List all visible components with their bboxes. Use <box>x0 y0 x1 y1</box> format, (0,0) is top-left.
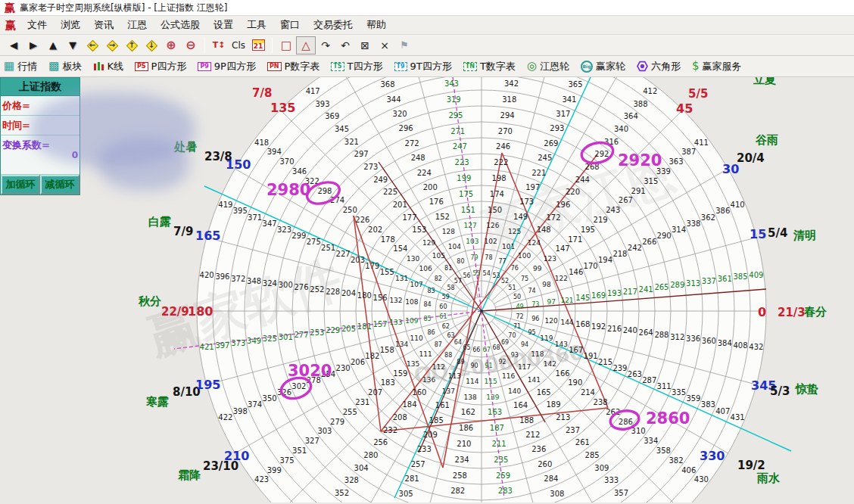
nav-down-button[interactable]: ▼ <box>63 36 83 54</box>
wheel-number: 417 <box>306 87 320 95</box>
tool-kline[interactable]: K线 <box>93 60 123 73</box>
menu-江恩[interactable]: 江恩 <box>120 16 154 34</box>
wheel-number: 271 <box>450 127 465 135</box>
nav-right-button[interactable]: ▶ <box>23 36 43 54</box>
outer-label-5-5: 5/5 <box>688 87 708 101</box>
clear-flag-button[interactable]: ⚑ <box>394 36 414 54</box>
wheel-number: 122 <box>555 275 568 282</box>
wheel-number: 101 <box>502 243 515 250</box>
outer-label-5-3: 5/3 <box>770 384 790 398</box>
wheel-number: 125 <box>508 228 521 235</box>
wheel-number: 282 <box>450 487 465 495</box>
zoom-in-button[interactable]: ⊕ <box>161 36 181 54</box>
wheel-number: 120 <box>545 317 558 325</box>
nav-up-icon: ▲ <box>49 39 57 51</box>
wheel-number: 94 <box>521 341 528 348</box>
wheel-number: 270 <box>498 127 513 135</box>
wheel-number: 388 <box>633 100 647 108</box>
menu-公式选股[interactable]: 公式选股 <box>154 16 207 34</box>
shift-left-button[interactable]: ← <box>83 36 102 54</box>
tool-9t-square[interactable]: T99T四方形 <box>394 60 452 73</box>
outer-label-150: 150 <box>226 157 251 172</box>
wheel-number: 147 <box>556 244 570 253</box>
wheel-number: 138 <box>464 394 477 401</box>
zoom-out-button[interactable]: ⊖ <box>181 36 201 54</box>
square-tool-button[interactable]: □ <box>276 36 296 54</box>
gann-wheel-canvas[interactable]: QQ:200800360赢家软件赢家江恩49505152535455565758… <box>0 77 854 502</box>
price-label-2860[interactable]: 2860 <box>646 409 690 428</box>
shift-up-button[interactable]: ↑ <box>122 36 142 54</box>
price-label: 价格= <box>2 100 30 111</box>
triangle-tool-button[interactable]: △ <box>296 36 316 54</box>
tool-p-square[interactable]: PSP四方形 <box>135 60 186 73</box>
tool-winner-service[interactable]: $赢家服务 <box>692 60 742 73</box>
wheel-number: 352 <box>335 489 349 497</box>
wheel-number: 420 <box>200 271 214 279</box>
wheel-number: 217 <box>623 288 637 296</box>
menu-资讯[interactable]: 资讯 <box>87 16 120 34</box>
cls-button[interactable]: Cls <box>229 36 248 54</box>
t-updown-button[interactable]: T↕ <box>209 36 229 54</box>
tool-hexagon[interactable]: 六角形 <box>637 60 681 73</box>
outer-label-白露: 白露 <box>148 215 171 229</box>
p-number-table-icon: PN <box>267 62 282 71</box>
tool-sectors[interactable]: ▩板块 <box>48 60 82 73</box>
wheel-number: 81 <box>444 265 452 272</box>
price-label-2980[interactable]: 2980 <box>266 181 310 199</box>
nav-up-button[interactable]: ▲ <box>43 36 63 54</box>
wheel-number: 179 <box>365 262 379 270</box>
menu-设置[interactable]: 设置 <box>207 16 240 34</box>
wheel-number: 252 <box>310 285 324 294</box>
wheel-number: 176 <box>429 198 444 206</box>
wheel-number: 324 <box>263 279 277 288</box>
wheel-number: 53 <box>492 272 500 279</box>
menu-工具[interactable]: 工具 <box>240 16 273 34</box>
wheel-number: 89 <box>457 359 464 366</box>
title-bar: 赢 赢家老子时空周期系统[纵横版] - [上证指数 江恩轮] <box>0 0 854 16</box>
wheel-number: 256 <box>373 438 388 446</box>
menu-文件[interactable]: 文件 <box>20 16 54 34</box>
shift-right-button[interactable]: → <box>102 36 122 54</box>
wheel-number: 59 <box>442 294 450 300</box>
tool-gann-wheel-label: 江恩轮 <box>540 60 569 73</box>
tool-t-number-table[interactable]: TNT数字表 <box>463 60 516 73</box>
wheel-number: 375 <box>279 456 294 465</box>
t-number-table-icon: TN <box>463 62 477 71</box>
subtract-cycle-button[interactable]: 减循环 <box>40 175 79 194</box>
wheel-number: 251 <box>321 244 335 252</box>
wheel-number: 165 <box>537 388 551 397</box>
rotate-ccw-button[interactable]: ↶ <box>335 36 355 54</box>
wheel-number: 70 <box>508 332 516 339</box>
tool-gann-wheel[interactable]: ◎江恩轮 <box>527 60 569 73</box>
rotate-cw-button[interactable]: ↷ <box>316 36 335 54</box>
tool-kline-label: K线 <box>107 60 123 73</box>
nav-left-button[interactable]: ◀ <box>4 36 23 54</box>
toolbar-separator <box>204 38 205 53</box>
wheel-number: 221 <box>531 169 546 177</box>
menu-帮助[interactable]: 帮助 <box>360 16 393 34</box>
tool-winner-wheel[interactable]: Big赢家轮 <box>581 60 625 73</box>
wheel-number: 358 <box>656 446 671 455</box>
wheel-number: 373 <box>231 339 245 347</box>
wheel-number: 109 <box>405 317 418 325</box>
menu-交易委托[interactable]: 交易委托 <box>307 16 360 34</box>
wheel-number: 327 <box>305 437 319 445</box>
wheel-number: 289 <box>670 281 684 289</box>
tool-t-square-label: T四方形 <box>348 60 383 73</box>
nav-left-icon: ◀ <box>10 39 17 51</box>
select-box-button[interactable]: ⊠ <box>355 36 375 54</box>
menu-浏览[interactable]: 浏览 <box>54 16 87 34</box>
tool-quotes[interactable]: ▦行情 <box>4 60 37 73</box>
wheel-number: 82 <box>435 275 442 282</box>
add-cycle-button[interactable]: 加循环 <box>1 175 40 194</box>
price-label-3020[interactable]: 3020 <box>288 362 332 380</box>
menu-窗口[interactable]: 窗口 <box>273 16 307 34</box>
tool-p-number-table[interactable]: PNP数字表 <box>267 60 319 73</box>
wheel-number: 55 <box>472 270 480 277</box>
calendar-button[interactable]: 21 <box>248 36 268 54</box>
shift-down-button[interactable]: ↓ <box>142 36 161 54</box>
tool-t-square[interactable]: TST四方形 <box>331 60 382 73</box>
tool-9p-square[interactable]: P99P四方形 <box>198 60 256 73</box>
collapse-button[interactable]: × <box>375 36 394 54</box>
price-label-2920[interactable]: 2920 <box>618 151 662 170</box>
